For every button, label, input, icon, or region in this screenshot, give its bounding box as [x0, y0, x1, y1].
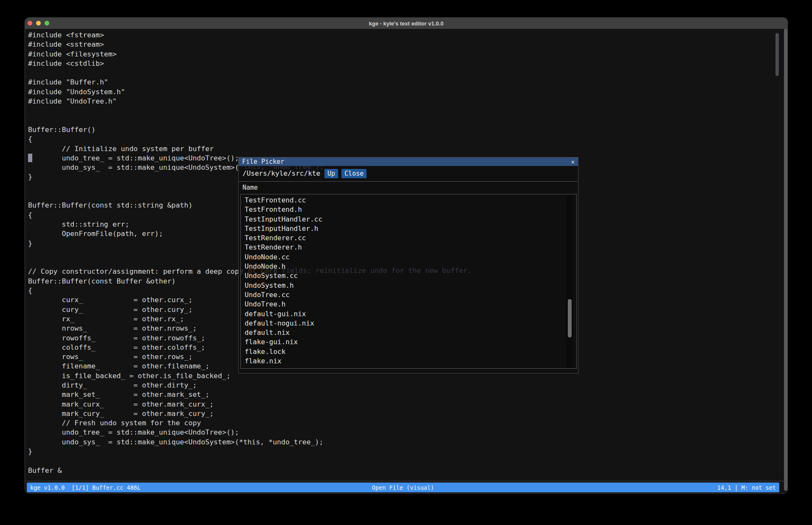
file-list-item[interactable]: TestFrontend.cc [241, 196, 576, 205]
list-scrollbar-track[interactable] [566, 195, 573, 368]
code-line: Buffer & [28, 466, 471, 475]
file-list-item[interactable]: UndoSystem.cc [241, 271, 576, 281]
column-header: Name [239, 182, 578, 194]
traffic-lights [28, 21, 49, 25]
window-titlebar[interactable]: kge - kyle's text editor v1.0.0 [25, 18, 787, 29]
file-list-item[interactable]: default-nogui.nix [241, 319, 576, 328]
file-list-item[interactable]: default.nix [241, 328, 576, 337]
file-list-item[interactable]: UndoTree.cc [241, 290, 576, 300]
close-button[interactable]: Close [341, 169, 367, 178]
code-line: #include "UndoTree.h" [28, 97, 471, 106]
file-list-item[interactable]: TestRenderer.cc [241, 233, 576, 243]
zoom-window-icon[interactable] [45, 21, 49, 25]
dialog-path-row: /Users/kyle/src/kte Up Close [239, 166, 578, 181]
code-line: mark_cury_ = other.mark_cury_; [28, 409, 471, 418]
file-list-item[interactable]: TestRenderer.h [241, 243, 576, 252]
file-list-item[interactable]: UndoNode.cc [241, 253, 576, 262]
file-list: TestFrontend.ccTestFrontend.hTestInputHa… [240, 194, 577, 369]
list-scrollbar-thumb[interactable] [568, 299, 572, 337]
code-line: undo_sys_ = std::make_unique<UndoSystem>… [28, 438, 471, 447]
file-list-item[interactable]: TestInputHandler.cc [241, 215, 576, 224]
status-mode: Open File (visual) [372, 484, 434, 491]
code-line: { [28, 135, 471, 144]
code-line [28, 106, 471, 115]
close-icon[interactable]: ✕ [571, 158, 575, 165]
file-list-item[interactable]: flake-gui.nix [241, 337, 576, 347]
close-window-icon[interactable] [28, 21, 32, 25]
code-line: mark_set_ = other.mark_set_; [28, 390, 471, 399]
minimize-window-icon[interactable] [36, 21, 41, 25]
code-line: Buffer::Buffer() [28, 125, 471, 135]
file-picker-dialog: *this, *undo_tree_); y of core fields; r… [238, 157, 578, 373]
code-line: } [28, 447, 471, 456]
file-list-item[interactable]: TestInputHandler.h [241, 224, 576, 233]
code-line: #include "UndoSystem.h" [28, 87, 471, 97]
code-line [28, 456, 471, 466]
code-line: #include <filesystem> [28, 50, 471, 59]
code-line: undo_tree_ = std::make_unique<UndoTree>(… [28, 428, 471, 437]
current-path: /Users/kyle/src/kte [242, 169, 320, 177]
code-line: mark_curx_ = other.mark_curx_; [28, 400, 471, 409]
status-cursor-position: 14,1 | M: not set [717, 484, 776, 491]
code-line: #include <fstream> [28, 31, 471, 40]
code-line: dirty_ = other.dirty_; [28, 381, 471, 390]
file-list-item[interactable]: UndoNode.h [241, 262, 576, 271]
file-list-item[interactable]: UndoTree.h [241, 300, 576, 309]
code-line: // Fresh undo system for the copy [28, 418, 471, 428]
code-line: // Initialize undo system per buffer [28, 144, 471, 154]
code-line: #include <cstdlib> [28, 59, 471, 68]
file-list-item[interactable]: default-gui.nix [241, 309, 576, 319]
status-bar: kge v1.0.0 [1/1] Buffer.cc 486L Open Fil… [27, 483, 779, 492]
file-list-item[interactable]: UndoSystem.h [241, 281, 576, 290]
up-button[interactable]: Up [324, 169, 338, 178]
file-list-item[interactable]: TestFrontend.h [241, 205, 576, 214]
code-line: #include "Buffer.h" [28, 78, 471, 87]
file-list-item[interactable]: flake.nix [241, 357, 576, 366]
dialog-titlebar[interactable]: File Picker ✕ [239, 157, 578, 166]
editor-scrollbar-thumb[interactable] [775, 33, 779, 76]
text-cursor [28, 154, 32, 162]
code-line: #include <sstream> [28, 40, 471, 49]
file-list-item[interactable]: flake.lock [241, 347, 576, 357]
window-scrollbar-track[interactable] [784, 29, 787, 491]
statusbar-separator [25, 481, 787, 481]
code-line [28, 116, 471, 125]
window-title: kge - kyle's text editor v1.0.0 [369, 20, 444, 27]
code-line [28, 68, 471, 78]
dialog-title: File Picker [242, 158, 284, 166]
status-file-info: kge v1.0.0 [1/1] Buffer.cc 486L [30, 484, 141, 491]
